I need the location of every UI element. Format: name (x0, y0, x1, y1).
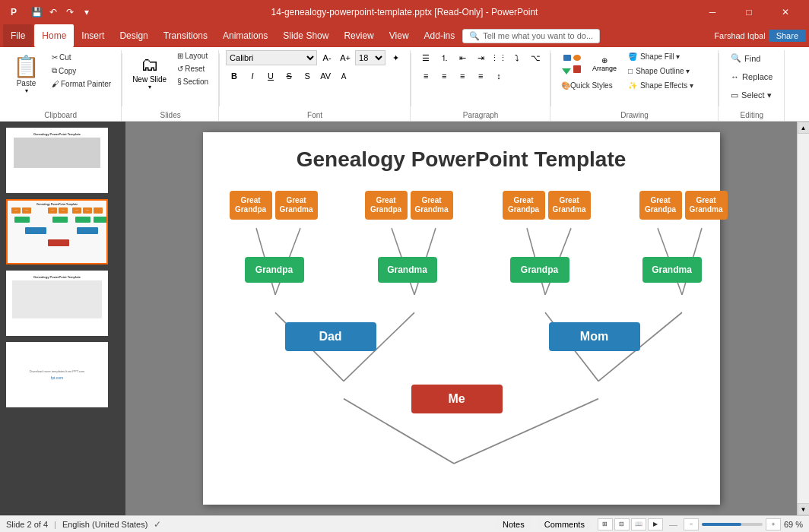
thumb-gp4 (94, 217, 106, 223)
thumb-gg2: GG (22, 207, 31, 214)
thumb-1-title: Genealogy PowerPoint Template (11, 132, 103, 136)
minimize-button[interactable]: ─ (695, 0, 730, 24)
shadow-button[interactable]: S (299, 68, 316, 84)
home-menu[interactable]: Home (34, 24, 74, 47)
italic-button[interactable]: I (244, 68, 261, 84)
insert-menu[interactable]: Insert (74, 24, 112, 47)
justify-button[interactable]: ≡ (472, 68, 489, 84)
slides-label: Slides (128, 109, 212, 121)
shapes-button[interactable] (557, 50, 588, 78)
align-center-button[interactable]: ≡ (436, 68, 452, 84)
new-slide-icon: 🗂 (141, 54, 159, 75)
font-content: Calibri A- A+ 18 ✦ B I U S S AV A (226, 50, 404, 109)
columns-button[interactable]: ⋮⋮ (490, 50, 507, 65)
review-menu[interactable]: Review (336, 24, 381, 47)
thumb-gg6: GG (83, 207, 92, 214)
para-row-1: ☰ ⒈ ⇤ ⇥ ⋮⋮ ⤵ ⌥ (417, 50, 544, 65)
scroll-track[interactable] (798, 134, 809, 503)
text-direction-button[interactable]: ⤵ (509, 50, 525, 65)
slideshow-menu[interactable]: Slide Show (275, 24, 336, 47)
comments-button[interactable]: Comments (538, 518, 592, 530)
paste-button[interactable]: 📋 Paste ▾ (6, 50, 46, 98)
new-slide-button[interactable]: 🗂 New Slide ▾ (128, 50, 170, 94)
replace-button[interactable]: ↔ Replace (725, 69, 778, 84)
design-menu[interactable]: Design (112, 24, 155, 47)
reset-button[interactable]: ↺ Reset (173, 63, 212, 74)
more-button[interactable]: ▾ (79, 5, 94, 20)
shape-effects-button[interactable]: ✨ Shape Effects ▾ (624, 79, 697, 92)
format-painter-button[interactable]: 🖌 Format Painter (48, 78, 115, 90)
select-button[interactable]: ▭ Select ▾ (725, 87, 777, 103)
share-button[interactable]: Share (769, 30, 806, 42)
cut-button[interactable]: ✂ Cut (48, 52, 115, 63)
undo-button[interactable]: ↶ (46, 5, 61, 20)
user-info: Farshad Iqbal Share (714, 30, 806, 42)
font-color-button[interactable]: A (335, 68, 352, 84)
zoom-out-button[interactable]: － (684, 518, 699, 530)
numbers-button[interactable]: ⒈ (436, 50, 452, 65)
slide-canvas[interactable]: Genealogy PowerPoint Template (203, 132, 720, 505)
close-button[interactable]: ✕ (768, 0, 803, 24)
zoom-slider[interactable] (702, 523, 763, 526)
slide-thumb-3[interactable]: Genealogy PowerPoint Template (6, 271, 108, 336)
scroll-up-button[interactable]: ▲ (798, 122, 810, 134)
thumb-gg5: GG (72, 207, 81, 214)
font-size-select[interactable]: 18 (355, 50, 385, 65)
font-name-select[interactable]: Calibri (226, 50, 317, 65)
redo-button[interactable]: ↷ (62, 5, 78, 20)
me-box: Me (411, 385, 503, 413)
addins-menu[interactable]: Add-ins (417, 24, 463, 47)
outdent-button[interactable]: ⇤ (454, 50, 471, 65)
convert-smartart-button[interactable]: ⌥ (527, 50, 544, 65)
great-grandpa-4: GreatGrandpa (639, 191, 682, 220)
restore-button[interactable]: □ (731, 0, 766, 24)
animations-menu[interactable]: Animations (215, 24, 275, 47)
status-right: Notes Comments ⊞ ⊟ 📖 ▶ — － ＋ 69 % (496, 518, 803, 530)
thumb-1-content (14, 138, 100, 168)
indent-button[interactable]: ⇥ (472, 50, 489, 65)
font-size-increase[interactable]: A+ (337, 50, 354, 65)
transitions-menu[interactable]: Transitions (156, 24, 215, 47)
notes-button[interactable]: Notes (496, 518, 531, 530)
quick-styles-button[interactable]: 🎨 Quick Styles (557, 79, 617, 92)
copy-button[interactable]: ⧉ Copy (48, 65, 115, 77)
scroll-down-button[interactable]: ▼ (798, 503, 810, 515)
file-menu[interactable]: File (3, 24, 33, 47)
great-grandpa-1: GreatGrandpa (230, 191, 272, 220)
app-icon: P (6, 5, 21, 20)
drawing-right-buttons: 🪣 Shape Fill ▾ □ Shape Outline ▾ ✨ Shape… (624, 50, 697, 92)
zoom-in-button[interactable]: ＋ (766, 518, 781, 530)
bold-button[interactable]: B (226, 68, 243, 84)
strikethrough-button[interactable]: S (281, 68, 297, 84)
arrange-button[interactable]: ⊕ Arrange (589, 50, 620, 78)
save-button[interactable]: 💾 (29, 5, 44, 20)
shape-fill-button[interactable]: 🪣 Shape Fill ▾ (624, 50, 697, 63)
slideshow-button[interactable]: ▶ (648, 518, 663, 530)
thumb-gp2 (52, 217, 68, 223)
slide-1-wrapper: 1 Genealogy PowerPoint Template (6, 128, 119, 193)
zoom-level: 69 % (784, 520, 803, 529)
slide-thumb-2[interactable]: Genealogy PowerPoint Template GG GG GG G… (6, 199, 108, 264)
section-button[interactable]: § Section (173, 76, 212, 87)
layout-button[interactable]: ⊞ Layout (173, 50, 212, 62)
drawing-group: ⊕ Arrange 🎨 Quick Styles 🪣 (551, 50, 719, 121)
language-indicator: English (United States) (62, 520, 148, 529)
outline-icon: □ (628, 67, 633, 75)
shape-outline-button[interactable]: □ Shape Outline ▾ (624, 65, 697, 78)
line-spacing-button[interactable]: ↕ (490, 68, 507, 84)
slide-sorter-button[interactable]: ⊟ (614, 518, 630, 530)
find-button[interactable]: 🔍 Find (725, 50, 766, 66)
reading-view-button[interactable]: 📖 (631, 518, 646, 530)
char-spacing-button[interactable]: AV (317, 68, 334, 84)
bullets-button[interactable]: ☰ (417, 50, 434, 65)
underline-button[interactable]: U (262, 68, 279, 84)
slide-thumb-4[interactable]: Download more templates from PPT.com fpt… (6, 342, 108, 407)
tell-me-box[interactable]: 🔍 Tell me what you want to do... (462, 29, 600, 43)
align-left-button[interactable]: ≡ (417, 68, 434, 84)
slide-thumb-1[interactable]: Genealogy PowerPoint Template (6, 128, 108, 193)
view-menu[interactable]: View (382, 24, 417, 47)
clear-format-button[interactable]: ✦ (387, 50, 404, 65)
font-size-decrease[interactable]: A- (319, 50, 335, 65)
align-right-button[interactable]: ≡ (454, 68, 471, 84)
normal-view-button[interactable]: ⊞ (598, 518, 613, 530)
